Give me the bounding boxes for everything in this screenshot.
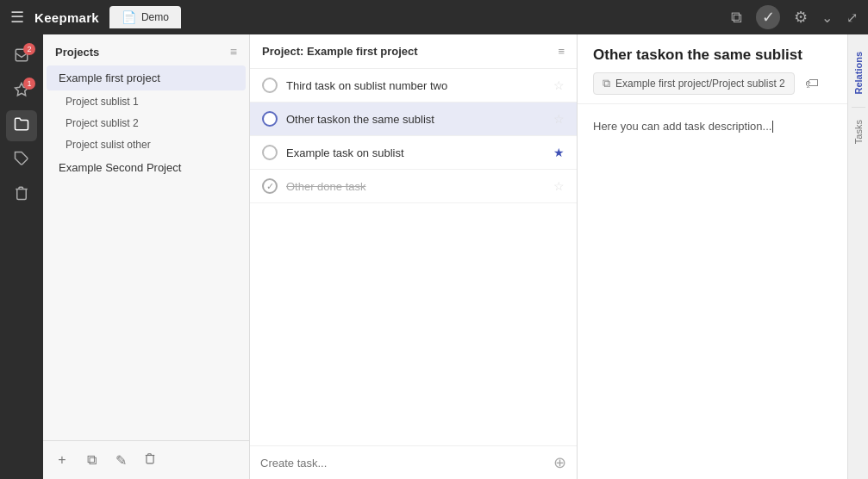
menu-icon[interactable]: ☰	[10, 8, 24, 27]
detail-title: Other taskon the same sublist	[593, 47, 832, 64]
detail-body: Here you can add task description...	[578, 104, 847, 479]
copy-footer-icon: ⧉	[87, 452, 97, 468]
detail-header: Other taskon the same sublist ⧉ Example …	[578, 34, 847, 104]
task-circle-3	[262, 145, 278, 160]
project-subitem-1[interactable]: Project sublist 1	[47, 90, 246, 112]
gear-icon[interactable]: ⚙	[794, 8, 808, 27]
tab-doc-icon: 📄	[122, 10, 136, 24]
detail-breadcrumb[interactable]: ⧉ Example first project/Project sublist …	[593, 72, 795, 95]
project-subitem-label-other: Project sulist other	[66, 139, 151, 151]
detail-tag-icon[interactable]: 🏷	[802, 72, 822, 95]
task-list-menu-icon[interactable]: ≡	[558, 45, 565, 58]
task-list-footer: ⊕	[250, 445, 577, 479]
task-list-body: Third task on sublist number two ☆ Other…	[250, 69, 577, 445]
sidebar-item-tags[interactable]	[6, 145, 37, 176]
task-label-4: Other done task	[286, 180, 545, 193]
sidebar-item-projects[interactable]	[6, 110, 37, 141]
project-subitem-label-1: Project sublist 1	[66, 96, 139, 108]
breadcrumb-copy-icon: ⧉	[603, 77, 610, 90]
starred-badge: 1	[23, 78, 35, 90]
create-task-input[interactable]	[260, 457, 546, 470]
edit-project-button[interactable]: ✎	[109, 448, 133, 472]
project-name: Example first project	[307, 45, 418, 58]
icon-sidebar: 2 1	[0, 34, 43, 479]
breadcrumb-label: Example first project/Project sublist 2	[615, 78, 785, 90]
project-item-example-first[interactable]: Example first project	[47, 65, 246, 90]
project-subitem-2[interactable]: Project sublist 2	[47, 112, 246, 134]
text-cursor	[772, 121, 773, 133]
create-task-plus-icon[interactable]: ⊕	[553, 453, 566, 472]
sidebar-item-inbox[interactable]: 2	[6, 41, 37, 72]
trash-icon	[14, 185, 29, 205]
demo-tab[interactable]: 📄 Demo	[109, 6, 181, 28]
detail-description[interactable]: Here you can add task description...	[593, 118, 832, 187]
folder-icon	[14, 116, 29, 136]
description-text: Here you can add task description...	[593, 120, 771, 133]
task-item-3[interactable]: Example task on sublist ★	[250, 136, 577, 170]
inbox-badge: 2	[23, 43, 35, 55]
tab-label: Demo	[141, 11, 169, 23]
copy-icon[interactable]: ⧉	[731, 9, 742, 27]
task-label-2: Other taskon the same sublist	[286, 113, 545, 126]
projects-title: Projects	[55, 46, 99, 59]
app-logo: Keepmark	[34, 10, 99, 25]
projects-menu-icon[interactable]: ≡	[230, 45, 237, 59]
edit-footer-icon: ✎	[116, 452, 127, 469]
check-icon[interactable]: ✓	[756, 5, 780, 29]
task-list-header: Project: Example first project ≡	[250, 34, 577, 69]
plus-icon: +	[58, 452, 66, 468]
sidebar-item-trash[interactable]	[6, 179, 37, 210]
project-subitem-other[interactable]: Project sulist other	[47, 134, 246, 155]
task-list-title: Project: Example first project	[262, 45, 418, 58]
delete-project-button[interactable]	[138, 448, 162, 472]
task-star-2[interactable]: ☆	[553, 112, 565, 126]
add-project-button[interactable]: +	[50, 448, 74, 472]
task-circle-1	[262, 78, 278, 93]
projects-footer: + ⧉ ✎	[43, 440, 249, 479]
task-label-1: Third task on sublist number two	[286, 79, 545, 92]
task-star-4[interactable]: ☆	[553, 179, 565, 193]
project-subitem-label-2: Project sublist 2	[66, 117, 139, 129]
task-label-3: Example task on sublist	[286, 146, 545, 159]
task-star-1[interactable]: ☆	[553, 78, 565, 92]
main-area: 2 1 Projects ≡	[0, 34, 868, 479]
task-star-3[interactable]: ★	[553, 146, 565, 159]
detail-meta: ⧉ Example first project/Project sublist …	[593, 72, 832, 95]
task-circle-4	[262, 178, 278, 194]
task-list-panel: Project: Example first project ≡ Third t…	[250, 34, 578, 479]
sidebar-item-starred[interactable]: 1	[6, 76, 37, 107]
delete-footer-icon	[144, 452, 156, 468]
expand-icon[interactable]: ⤢	[846, 9, 858, 26]
copy-project-button[interactable]: ⧉	[79, 448, 103, 472]
projects-list: Example first project Project sublist 1 …	[43, 65, 249, 440]
titlebar: ☰ Keepmark 📄 Demo ⧉ ✓ ⚙ ⌄ ⤢	[0, 0, 868, 34]
detail-panel: Other taskon the same sublist ⧉ Example …	[578, 34, 847, 479]
project-item-label: Example first project	[59, 72, 160, 84]
chevron-down-icon[interactable]: ⌄	[821, 9, 833, 26]
projects-sidebar: Projects ≡ Example first project Project…	[43, 34, 250, 479]
right-tabs: Relations Tasks	[847, 34, 868, 479]
titlebar-actions: ⧉ ✓ ⚙ ⌄ ⤢	[731, 5, 858, 29]
task-circle-2	[262, 111, 278, 127]
task-item-4[interactable]: Other done task ☆	[250, 170, 577, 203]
project-item-example-second[interactable]: Example Second Project	[47, 155, 246, 180]
tab-tasks[interactable]: Tasks	[849, 109, 868, 154]
tab-divider	[852, 107, 865, 108]
projects-header: Projects ≡	[43, 34, 249, 65]
project-item-label-second: Example Second Project	[59, 161, 181, 174]
tab-relations[interactable]: Relations	[849, 41, 868, 105]
task-item-2[interactable]: Other taskon the same sublist ☆	[250, 103, 577, 136]
tag-icon	[14, 151, 29, 171]
project-label: Project:	[262, 45, 303, 58]
task-item-1[interactable]: Third task on sublist number two ☆	[250, 69, 577, 103]
